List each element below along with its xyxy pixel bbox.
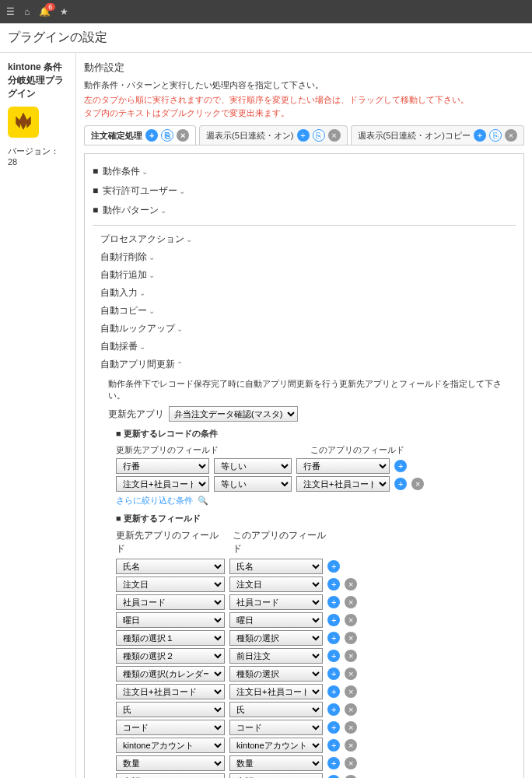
cond-this-field[interactable]: 注文日+社員コード — [296, 476, 390, 492]
settings-warn1: 左のタブから順に実行されますので、実行順序を変更したい場合は、ドラッグして移動し… — [84, 94, 524, 106]
field-target[interactable]: kintoneアカウント — [116, 738, 225, 753]
settings-warn2: タブ内のテキストはダブルクリックで変更出来ます。 — [84, 107, 524, 119]
field-this[interactable]: 種類の選択 — [229, 630, 323, 646]
action-sub-item[interactable]: 自動採番⌄ — [100, 338, 516, 356]
add-button[interactable]: + — [327, 757, 340, 769]
field-this[interactable]: 社員コード — [229, 594, 323, 610]
field-target[interactable]: 注文日 — [116, 576, 225, 592]
add-button[interactable]: + — [394, 460, 407, 472]
plugin-icon — [8, 107, 39, 138]
tab-delete-button[interactable]: × — [505, 129, 517, 142]
delete-button[interactable]: × — [345, 757, 357, 769]
field-this[interactable]: 注文日+社員コード — [229, 684, 323, 699]
cond-target-field[interactable]: 行番 — [116, 458, 209, 474]
tab-copy-button[interactable]: ⎘ — [489, 129, 502, 142]
field-this[interactable]: 曜日 — [229, 612, 323, 628]
field-target[interactable]: 種類の選択２ — [116, 648, 225, 664]
collapse-item[interactable]: ■実行許可ユーザー⌄ — [93, 181, 516, 201]
tab[interactable]: 週表示(5日連続・オン) + ⎘ × — [199, 125, 347, 145]
add-button[interactable]: + — [327, 632, 340, 644]
add-button[interactable]: + — [327, 721, 340, 734]
delete-button[interactable]: × — [345, 685, 357, 698]
tab[interactable]: 週表示(5日連続・オン)コピー + ⎘ × — [351, 125, 524, 145]
tab-add-button[interactable]: + — [145, 129, 158, 142]
tab-add-button[interactable]: + — [297, 129, 310, 142]
delete-button[interactable]: × — [411, 478, 424, 490]
add-button[interactable]: + — [327, 739, 340, 752]
field-this[interactable]: 氏名 — [229, 559, 323, 574]
field-target[interactable]: 注文日+社員コード — [116, 684, 225, 699]
tab-delete-button[interactable]: × — [177, 129, 189, 142]
cond-target-field[interactable]: 注文日+社員コード — [116, 476, 209, 492]
update-desc: 動作条件下でレコード保存完了時に自動アプリ間更新を行う更新先アプリとフィールドを… — [108, 378, 516, 401]
delete-button[interactable]: × — [345, 650, 357, 662]
bell-icon[interactable]: 🔔6 — [39, 6, 51, 17]
field-target[interactable]: 種類の選択１ — [116, 630, 225, 646]
add-button[interactable]: + — [327, 614, 340, 626]
tab-delete-button[interactable]: × — [328, 129, 341, 142]
delete-button[interactable]: × — [345, 614, 357, 626]
star-icon[interactable]: ★ — [60, 6, 68, 17]
delete-button[interactable]: × — [345, 775, 357, 778]
add-button[interactable]: + — [394, 478, 407, 490]
menu-icon[interactable]: ☰ — [6, 6, 15, 17]
add-button[interactable]: + — [327, 703, 340, 716]
field-target[interactable]: 氏名 — [116, 559, 225, 574]
field-target[interactable]: 数量 — [116, 755, 225, 771]
action-sub-item[interactable]: 自動行追加⌄ — [100, 266, 516, 284]
action-sub-item[interactable]: 自動入力⌄ — [100, 284, 516, 302]
field-target[interactable]: 社員コード — [116, 594, 225, 610]
field-target[interactable]: 曜日 — [116, 612, 225, 628]
action-sub-item[interactable]: 自動コピー⌄ — [100, 302, 516, 320]
chevron-down-icon: ⌄ — [139, 342, 145, 351]
chevron-up-icon: ⌃ — [177, 360, 183, 369]
tab[interactable]: 注文確定処理 + ⎘ × — [84, 125, 196, 145]
field-this[interactable]: kintoneアカウント — [229, 738, 323, 753]
delete-button[interactable]: × — [345, 668, 357, 680]
add-button[interactable]: + — [327, 596, 340, 608]
field-this[interactable]: 注文日 — [229, 576, 323, 592]
field-this[interactable]: コード — [229, 720, 323, 735]
cond-this-field[interactable]: 行番 — [296, 458, 390, 474]
add-button[interactable]: + — [327, 668, 340, 680]
tab-copy-button[interactable]: ⎘ — [313, 129, 325, 142]
cond-col-target: 更新先アプリのフィールド — [116, 444, 303, 456]
search-icon[interactable]: 🔍 — [198, 496, 208, 506]
field-target[interactable]: コード — [116, 720, 225, 735]
delete-button[interactable]: × — [345, 596, 357, 608]
field-target[interactable]: 金額 — [116, 773, 225, 778]
delete-button[interactable]: × — [345, 721, 357, 734]
field-target[interactable]: 種類の選択(カレンダー用) — [116, 666, 225, 682]
action-sub-item[interactable]: 自動行削除⌄ — [100, 248, 516, 266]
field-this[interactable]: 氏 — [229, 702, 323, 717]
add-button[interactable]: + — [327, 578, 340, 591]
field-row: kintoneアカウント kintoneアカウント + × — [116, 738, 516, 753]
field-this[interactable]: 種類の選択 — [229, 666, 323, 682]
field-this[interactable]: 数量 — [229, 755, 323, 771]
delete-button[interactable]: × — [345, 632, 357, 644]
add-button[interactable]: + — [327, 560, 340, 573]
field-this[interactable]: 金額 — [229, 773, 323, 778]
add-button[interactable]: + — [327, 685, 340, 698]
collapse-item[interactable]: ■動作パターン⌄ — [93, 201, 516, 220]
action-sub-item[interactable]: 自動ルックアップ⌄ — [100, 320, 516, 338]
add-button[interactable]: + — [327, 650, 340, 662]
field-this[interactable]: 前日注文 — [229, 648, 323, 664]
collapse-item[interactable]: ■動作条件⌄ — [93, 162, 516, 181]
delete-button[interactable]: × — [345, 578, 357, 591]
delete-button[interactable]: × — [345, 739, 357, 752]
target-app-select[interactable]: 弁当注文データ確認(マスタ) — [169, 406, 298, 422]
tab-copy-button[interactable]: ⎘ — [161, 129, 173, 142]
tab-add-button[interactable]: + — [474, 129, 486, 142]
action-sub-item[interactable]: 自動アプリ間更新⌃ — [100, 356, 516, 373]
delete-button[interactable]: × — [345, 703, 357, 716]
add-button[interactable]: + — [327, 775, 340, 778]
field-row: 種類の選択(カレンダー用) 種類の選択 + × — [116, 666, 516, 682]
field-target[interactable]: 氏 — [116, 702, 225, 717]
action-sub-item[interactable]: プロセスアクション⌄ — [100, 230, 516, 248]
home-icon[interactable]: ⌂ — [24, 6, 30, 17]
cond-operator[interactable]: 等しい — [214, 458, 292, 474]
filter-label: さらに絞り込む条件 — [116, 495, 193, 506]
chevron-down-icon: ⌄ — [149, 271, 155, 279]
cond-operator[interactable]: 等しい — [214, 476, 292, 492]
